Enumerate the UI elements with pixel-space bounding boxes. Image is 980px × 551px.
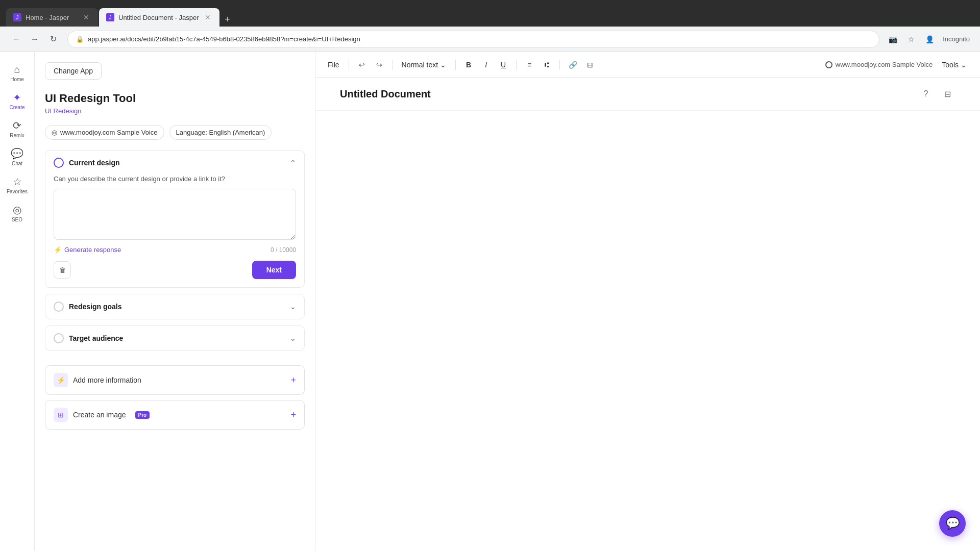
voice-icon: ◎ — [52, 129, 57, 136]
tab-close-home[interactable]: ✕ — [82, 13, 91, 22]
underline-button[interactable]: U — [496, 57, 511, 72]
tab-doc-label: Untitled Document - Jasper — [118, 14, 199, 21]
section-current-design-content: Can you describe the current design or p… — [45, 175, 304, 287]
section-circle-goals — [54, 302, 64, 312]
main-layout: ⌂ Home ✦ Create ⟳ Remix 💬 Chat ☆ Favorit… — [0, 52, 980, 551]
editor-toolbar: File ↩ ↪ Normal text ⌄ B I U ≡ ⑆ 🔗 ⊟ www… — [315, 52, 980, 78]
redo-button[interactable]: ↪ — [372, 57, 387, 72]
create-image-icon: ⊞ — [54, 408, 68, 422]
doc-title-actions: ? ⊟ — [918, 86, 955, 102]
section-current-design-question: Can you describe the current design or p… — [54, 175, 296, 183]
tab-home[interactable]: J Home - Jasper ✕ — [6, 8, 98, 27]
section-redesign-goals-header[interactable]: Redesign goals ⌄ — [45, 294, 304, 319]
toolbar-separator-2 — [392, 60, 393, 70]
url-bar[interactable]: 🔒 app.jasper.ai/docs/edit/2b9fab15-4c7a-… — [67, 31, 879, 48]
chat-widget-icon: 💬 — [946, 517, 960, 530]
trash-icon: 🗑 — [59, 266, 66, 274]
section-current-design-header[interactable]: Current design ⌃ — [45, 151, 304, 175]
section-current-design-title: Current design — [69, 159, 120, 167]
tab-favicon-home: J — [13, 13, 21, 21]
file-button[interactable]: File — [324, 59, 344, 71]
text-style-dropdown[interactable]: Normal text ⌄ — [398, 59, 451, 71]
char-count: 0 / 10000 — [271, 246, 296, 254]
section-actions: 🗑 Next — [54, 261, 296, 279]
editor-content[interactable] — [315, 111, 980, 551]
chevron-down-icon-goals: ⌄ — [290, 303, 296, 311]
doc-help-button[interactable]: ? — [918, 86, 934, 102]
back-button[interactable]: ← — [8, 31, 24, 47]
voice-indicator-dot — [825, 61, 832, 68]
next-button[interactable]: Next — [252, 261, 296, 279]
sidebar-item-favorites[interactable]: ☆ Favorites — [3, 172, 32, 198]
sidebar-item-remix[interactable]: ⟳ Remix — [3, 116, 32, 142]
bullet-list-button[interactable]: ≡ — [522, 57, 537, 72]
image-button[interactable]: ⊟ — [582, 57, 598, 72]
reload-button[interactable]: ↻ — [45, 31, 61, 47]
url-text: app.jasper.ai/docs/edit/2b9fab15-4c7a-45… — [88, 35, 871, 43]
generate-row: ⚡ Generate response 0 / 10000 — [54, 246, 296, 254]
numbered-list-button[interactable]: ⑆ — [539, 57, 554, 72]
voice-indicator-label: www.moodjoy.com Sample Voice — [836, 61, 933, 68]
section-redesign-goals-title: Redesign goals — [69, 303, 121, 311]
sidebar-item-seo[interactable]: ◎ SEO — [3, 201, 32, 227]
undo-button[interactable]: ↩ — [354, 57, 370, 72]
app-panel: Change App UI Redesign Tool UI Redesign … — [35, 52, 315, 551]
app-subtitle: UI Redesign — [45, 107, 305, 115]
create-image-label: Create an image — [73, 411, 126, 419]
sidebar-item-create[interactable]: ✦ Create — [3, 88, 32, 114]
sidebar-item-home[interactable]: ⌂ Home — [3, 60, 32, 86]
url-lock-icon: 🔒 — [76, 36, 84, 43]
tab-add-button[interactable]: + — [220, 12, 235, 27]
add-more-plus-icon: + — [290, 375, 296, 386]
delete-button[interactable]: 🗑 — [54, 261, 71, 279]
generate-response-link[interactable]: ⚡ Generate response — [54, 246, 121, 254]
address-bar: ← → ↻ 🔒 app.jasper.ai/docs/edit/2b9fab15… — [0, 27, 980, 52]
link-button[interactable]: 🔗 — [565, 57, 580, 72]
browser-tabs: J Home - Jasper ✕ J Untitled Document - … — [6, 0, 235, 27]
section-target-audience-header[interactable]: Target audience ⌄ — [45, 326, 304, 350]
voice-selector[interactable]: ◎ www.moodjoy.com Sample Voice — [45, 125, 164, 140]
add-more-card[interactable]: ⚡ Add more information + — [45, 365, 305, 395]
browser-chrome: J Home - Jasper ✕ J Untitled Document - … — [0, 0, 980, 27]
dropdown-chevron-icon: ⌄ — [440, 61, 446, 69]
add-more-icon: ⚡ — [54, 373, 68, 387]
favorites-icon: ☆ — [13, 177, 22, 187]
bookmark-icon[interactable]: ☆ — [904, 32, 918, 46]
create-image-plus-icon: + — [290, 410, 296, 420]
nav-buttons: ← → ↻ — [8, 31, 61, 47]
chevron-up-icon: ⌃ — [290, 159, 296, 167]
change-app-button[interactable]: Change App — [45, 62, 102, 80]
editor-header-row: Untitled Document ? ⊟ — [315, 78, 980, 111]
tools-button[interactable]: Tools ⌄ — [937, 59, 972, 71]
camera-icon[interactable]: 📷 — [886, 32, 900, 46]
address-actions: 📷 ☆ 👤 Incognito — [886, 32, 972, 46]
add-more-left: ⚡ Add more information — [54, 373, 141, 387]
voice-lang-row: ◎ www.moodjoy.com Sample Voice Language:… — [45, 125, 305, 140]
tab-doc[interactable]: J Untitled Document - Jasper ✕ — [99, 8, 219, 27]
tools-chevron-icon: ⌄ — [961, 61, 967, 69]
section-circle-audience — [54, 333, 64, 343]
doc-title: Untitled Document — [340, 88, 918, 100]
toolbar-separator-4 — [516, 60, 517, 70]
tab-close-doc[interactable]: ✕ — [203, 13, 212, 22]
forward-button[interactable]: → — [27, 31, 43, 47]
tab-favicon-doc: J — [106, 13, 114, 21]
seo-icon: ◎ — [13, 205, 21, 215]
language-label: Language: English (American) — [176, 129, 265, 136]
doc-settings-button[interactable]: ⊟ — [939, 86, 955, 102]
section-target-audience: Target audience ⌄ — [45, 325, 305, 351]
chat-widget-button[interactable]: 💬 — [939, 510, 966, 537]
remix-icon: ⟳ — [13, 120, 21, 131]
toolbar-right: www.moodjoy.com Sample Voice Tools ⌄ — [825, 59, 972, 71]
create-image-card[interactable]: ⊞ Create an image Pro + — [45, 400, 305, 430]
generate-label: Generate response — [64, 246, 121, 254]
profile-icon[interactable]: 👤 — [922, 32, 937, 46]
sidebar-item-chat[interactable]: 💬 Chat — [3, 144, 32, 170]
section-circle-current — [54, 158, 64, 168]
section-title-row: Current design — [54, 158, 120, 168]
voice-indicator: www.moodjoy.com Sample Voice — [825, 61, 933, 68]
italic-button[interactable]: I — [478, 57, 494, 72]
current-design-textarea[interactable] — [54, 189, 296, 240]
language-selector[interactable]: Language: English (American) — [169, 125, 272, 140]
bold-button[interactable]: B — [461, 57, 476, 72]
